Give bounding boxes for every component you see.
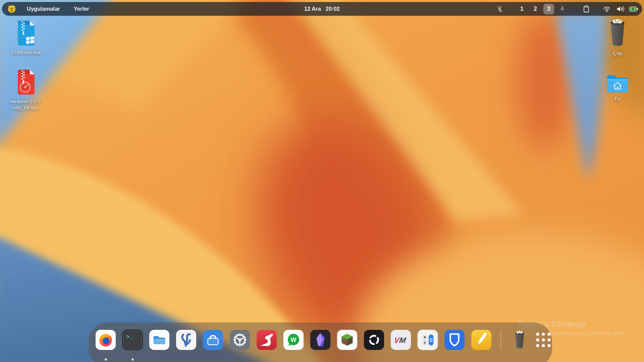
dock: >_ [89,322,552,362]
trash-full-icon [605,17,630,48]
clock-date: 12 Ara [304,6,321,12]
running-indicator [105,358,107,361]
workspace-2[interactable]: 2 [530,4,541,14]
desktop-icon-label: Çöp [613,50,622,56]
blue-zip-windows-file-icon [15,19,37,48]
desktop-root: Pardus'u Etkinleştir Pardus'u etkinleşti… [0,0,644,362]
clock-time: 20:02 [326,6,340,12]
desktop-icon-craftrise[interactable]: CraftRise.exe [5,19,47,56]
desktop-icon-label: Ev [614,96,621,102]
volume-icon[interactable] [616,5,625,13]
workspace-4[interactable]: 4 [557,4,568,14]
desktop-icon-label: winboat-0.9.0-x86_64.rpm [10,98,42,111]
workspace-1[interactable]: 1 [517,4,527,14]
desktop-icon-trash[interactable]: Çöp [597,17,638,56]
desktop-icon-winboat[interactable]: winboat-0.9.0-x86_64.rpm [5,68,47,111]
clipboard-icon[interactable] [582,5,590,13]
firefox-icon[interactable] [95,329,116,350]
red-zip-rpm-file-icon [15,68,37,97]
obsidian-icon[interactable] [310,329,331,350]
pardus-logo-icon[interactable] [7,4,17,13]
settings-gear-icon[interactable] [229,329,250,350]
show-apps-icon[interactable] [534,330,553,349]
menu-applications[interactable]: Uygulamalar [23,2,63,16]
svg-text:>_: >_ [126,334,133,340]
wifi-icon[interactable] [602,5,611,13]
menu-places[interactable]: Yerler [70,2,93,16]
bitwarden-icon[interactable] [444,329,465,350]
minecraft-icon[interactable] [337,329,358,350]
svg-text:W: W [290,336,297,343]
workspace-switcher: 1 2 3 4 [517,2,568,16]
bluetooth-disabled-icon[interactable] [496,5,504,13]
dock-trash-icon[interactable] [511,329,528,350]
files-icon[interactable] [149,329,170,350]
vmware-icon[interactable]: V M [390,329,411,350]
software-store-icon[interactable] [203,329,223,350]
notes-pen-icon[interactable] [471,329,492,350]
workspace-3-active[interactable]: 3 [543,4,554,14]
winding-road-app-icon[interactable] [256,329,277,350]
calculator-icon[interactable] [417,329,438,350]
whatsapp-icon[interactable]: W [283,329,304,350]
dock-separator [500,330,501,350]
coral-app-icon[interactable] [176,329,197,350]
obs-studio-icon[interactable] [364,329,384,350]
running-indicator [131,358,134,361]
desktop-icon-label: CraftRise.exe [11,49,42,56]
desktop-icon-home[interactable]: Ev [597,72,638,102]
wallpaper-bloom [0,0,644,362]
top-panel: Uygulamalar Yerler 12 Ara 20:02 1 2 3 4 [2,2,642,16]
blue-home-folder-icon [605,72,630,94]
terminal-icon[interactable]: >_ [122,329,143,350]
clock[interactable]: 12 Ara 20:02 [304,2,340,16]
battery-charging-icon[interactable] [629,5,639,13]
